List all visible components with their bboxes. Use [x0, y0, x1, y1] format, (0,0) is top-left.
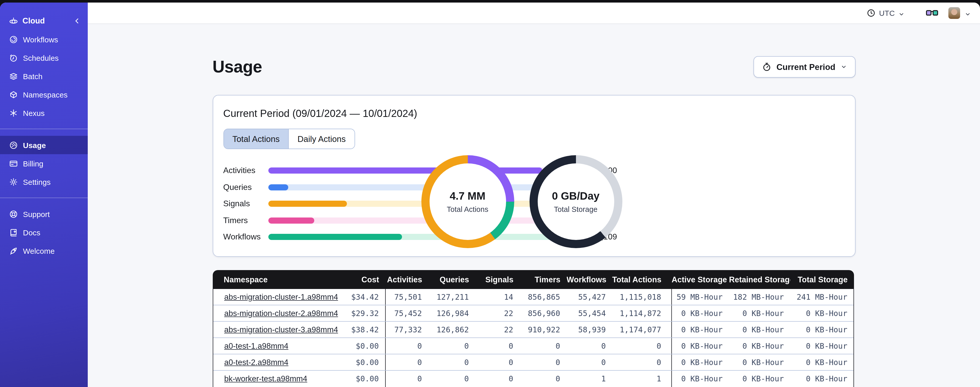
active-storage-cell: 0 KB-Hour	[671, 321, 729, 337]
sidebar-item-support[interactable]: Support	[0, 205, 88, 223]
queries-cell: 127,211	[428, 292, 475, 301]
sidebar-item-label: Nexus	[23, 109, 45, 117]
total-storage-cell: 0 KB-Hour	[790, 374, 853, 384]
column-header-queries: Queries	[428, 275, 475, 284]
sidebar-item-welcome[interactable]: Welcome	[0, 241, 88, 260]
sidebar-item-label: Usage	[23, 141, 46, 149]
retained-storage-cell: 0 KB-Hour	[729, 325, 790, 334]
activities-cell: 75,501	[385, 289, 428, 305]
period-dropdown-button[interactable]: Current Period	[754, 56, 855, 78]
donut-center: 4.7 MM Total Actions	[421, 155, 514, 248]
chevron-down-icon	[898, 10, 905, 16]
table-row: abs-migration-cluster-2.a98mm4 $29.32 75…	[213, 305, 853, 321]
activities-cell: 0	[385, 338, 428, 354]
retained-storage-cell: 0 KB-Hour	[729, 374, 790, 384]
namespace-link[interactable]: abs-migration-cluster-3.a98mm4	[224, 325, 338, 334]
cost-cell: $0.00	[350, 341, 385, 350]
total-actions-cell: 1,114,872	[612, 309, 671, 318]
donut-label: Total Storage	[554, 205, 598, 213]
namespace-usage-table: Namespace Cost Activities Queries Signal…	[213, 270, 854, 387]
settings-gear-icon	[9, 178, 18, 186]
total-actions-cell: 1,115,018	[612, 292, 671, 301]
queries-cell: 0	[428, 358, 475, 367]
column-header-total-actions: Total Actions	[612, 275, 671, 284]
timers-cell: 0	[519, 341, 566, 350]
bar-fill	[268, 201, 347, 207]
signals-cell: 14	[475, 292, 519, 301]
sidebar: Cloud Workflows Schedules Batch	[0, 3, 88, 387]
signals-cell: 22	[475, 309, 519, 318]
total-storage-cell: 0 KB-Hour	[790, 358, 853, 367]
support-lifebuoy-icon	[9, 209, 18, 218]
tab-daily-actions[interactable]: Daily Actions	[288, 129, 354, 149]
bar-label: Timers	[223, 216, 268, 225]
avatar[interactable]	[948, 7, 960, 19]
sidebar-item-label: Docs	[23, 228, 40, 237]
sidebar-item-nexus[interactable]: Nexus	[0, 104, 88, 122]
table-row: a0-test-2.a98mm4 $0.00 0 0 0 0 0 0 0 KB-…	[213, 354, 853, 371]
donut-label: Total Actions	[447, 205, 488, 213]
namespace-link[interactable]: bk-worker-test.a98mm4	[224, 374, 307, 383]
sidebar-item-label: Settings	[23, 178, 51, 186]
sidebar-item-workflows[interactable]: Workflows	[0, 30, 88, 48]
sidebar-item-batch[interactable]: Batch	[0, 67, 88, 85]
total-storage-cell: 0 KB-Hour	[790, 341, 853, 350]
sidebar-item-docs[interactable]: Docs	[0, 223, 88, 241]
timers-cell: 0	[519, 358, 566, 367]
sidebar-item-namespaces[interactable]: Namespaces	[0, 85, 88, 104]
timezone-selector[interactable]: UTC	[867, 9, 905, 18]
table-row: abs-migration-cluster-1.a98mm4 $34.42 75…	[213, 289, 853, 305]
sidebar-item-usage[interactable]: Usage	[0, 136, 88, 154]
workflows-cell: 0	[566, 341, 612, 350]
active-storage-cell: 0 KB-Hour	[671, 338, 729, 354]
sidebar-item-billing[interactable]: Billing	[0, 154, 88, 173]
total-storage-donut: 0 GB/Day Total Storage	[529, 155, 622, 248]
donut-center: 0 GB/Day Total Storage	[529, 155, 622, 248]
cloud-logo-icon	[9, 17, 18, 25]
namespace-link[interactable]: abs-migration-cluster-1.a98mm4	[224, 292, 338, 301]
bar-label: Signals	[223, 199, 268, 209]
column-header-workflows: Workflows	[566, 275, 612, 284]
total-storage-cell: 0 KB-Hour	[790, 309, 853, 318]
namespace-link[interactable]: a0-test-1.a98mm4	[224, 341, 288, 350]
sidebar-item-schedules[interactable]: Schedules	[0, 48, 88, 67]
queries-cell: 126,984	[428, 309, 475, 318]
retained-storage-cell: 0 KB-Hour	[729, 341, 790, 350]
total-actions-cell: 1,174,077	[612, 325, 671, 334]
timers-cell: 0	[519, 374, 566, 384]
sidebar-item-label: Batch	[23, 72, 43, 80]
sidebar-item-label: Workflows	[23, 35, 58, 44]
signals-cell: 0	[475, 341, 519, 350]
sidebar-brand[interactable]: Cloud	[0, 12, 88, 30]
sidebar-divider	[0, 198, 88, 198]
tab-total-actions[interactable]: Total Actions	[224, 129, 288, 149]
screen: Cloud Workflows Schedules Batch	[0, 0, 980, 387]
activities-cell: 0	[385, 354, 428, 370]
content: Usage Current Period Current Period (09/…	[88, 24, 980, 387]
namespace-link[interactable]: abs-migration-cluster-2.a98mm4	[224, 309, 338, 317]
glasses-icon[interactable]	[926, 9, 938, 17]
current-period-title: Current Period (09/01/2024 — 10/01/2024)	[223, 108, 417, 120]
activities-cell: 0	[385, 371, 428, 387]
cost-cell: $38.42	[350, 325, 385, 334]
bar-label: Queries	[223, 183, 268, 192]
donut-value: 0 GB/Day	[552, 190, 600, 202]
sidebar-item-label: Welcome	[23, 246, 55, 255]
workflows-cell: 55,427	[566, 292, 612, 301]
sidebar-item-settings[interactable]: Settings	[0, 173, 88, 191]
account-chevron-down-icon[interactable]	[965, 10, 971, 16]
sidebar-collapse-icon[interactable]	[73, 18, 81, 24]
queries-cell: 0	[428, 374, 475, 384]
clock-icon	[867, 9, 875, 18]
table-row: abs-migration-cluster-3.a98mm4 $38.42 77…	[213, 321, 853, 338]
sidebar-item-label: Billing	[23, 159, 43, 168]
timers-cell: 856,865	[519, 292, 566, 301]
schedules-icon	[9, 53, 18, 62]
total-storage-cell: 0 KB-Hour	[790, 325, 853, 334]
actions-tab-group: Total Actions Daily Actions	[223, 129, 355, 149]
namespace-link[interactable]: a0-test-2.a98mm4	[224, 358, 288, 366]
table-row: a0-test-1.a98mm4 $0.00 0 0 0 0 0 0 0 KB-…	[213, 338, 853, 354]
sidebar-item-label: Namespaces	[23, 90, 68, 99]
app-window: Cloud Workflows Schedules Batch	[0, 3, 980, 387]
usage-gauge-icon	[9, 141, 18, 149]
